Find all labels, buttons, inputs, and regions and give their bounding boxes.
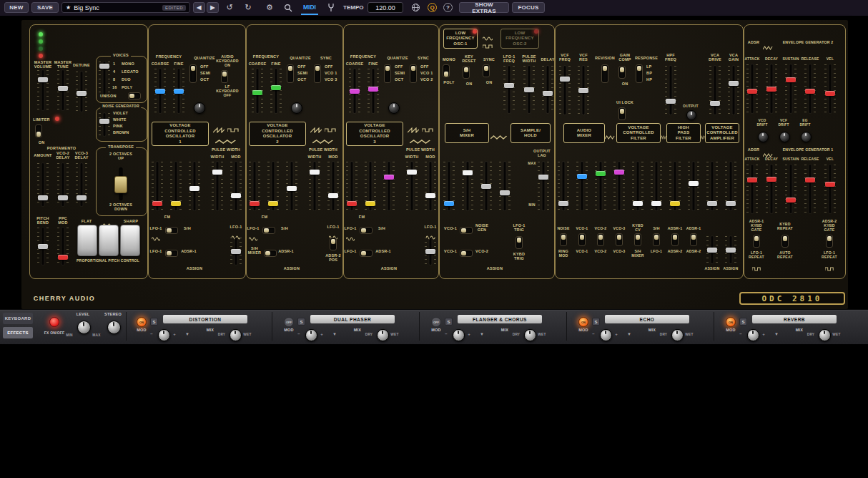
eg1-attack-slider[interactable] — [746, 165, 758, 213]
vco3-fm1-source-switch[interactable] — [360, 227, 373, 234]
vco1-assign-slider[interactable] — [189, 162, 200, 210]
vco3-fine-slider[interactable] — [368, 69, 379, 113]
vco3-pw-width-slider[interactable] — [406, 162, 418, 210]
portamento-amount-slider[interactable] — [37, 163, 49, 206]
vco3-fm2-source-switch[interactable] — [360, 250, 373, 257]
reverb-mix-knob[interactable] — [819, 329, 831, 341]
vco2-pwm-source-switch[interactable] — [330, 238, 337, 250]
mixer-ch1-source-switch[interactable] — [560, 233, 567, 246]
vcf-env-slider[interactable] — [688, 162, 699, 210]
zoom-icon[interactable] — [282, 2, 295, 13]
dual-phaser-mod-source-selector[interactable]: ▼ — [332, 332, 337, 336]
lfo-pulse-width-slider[interactable] — [523, 66, 535, 113]
vco3-coarse-slider[interactable] — [349, 69, 360, 113]
lfo-sync-switch[interactable] — [483, 64, 490, 77]
vco1-fm1-slider[interactable] — [152, 162, 163, 210]
noise-type-selector[interactable] — [99, 113, 110, 136]
eg1-sustain-slider[interactable] — [785, 165, 797, 213]
mixer-vco2-slider[interactable] — [595, 162, 606, 210]
vco2-fm1-slider[interactable] — [249, 162, 260, 210]
vca-gain-slider[interactable] — [728, 66, 739, 114]
vco1-fm2-slider[interactable] — [170, 162, 182, 210]
sh-mix1-slider[interactable] — [443, 162, 455, 210]
favorite-star-icon[interactable]: ★ — [66, 4, 71, 11]
voices-selector[interactable] — [99, 62, 110, 94]
eg2-release-slider[interactable] — [804, 64, 816, 113]
reverb-solo-button[interactable]: S — [739, 318, 747, 326]
vco2-coarse-slider[interactable] — [252, 69, 263, 113]
reverb-mod-knob[interactable] — [747, 329, 759, 341]
vibrato-pad[interactable] — [99, 225, 119, 256]
hpf-freq-slider[interactable] — [665, 66, 676, 114]
flanger-chorus-mix-knob[interactable] — [524, 329, 536, 341]
output-knob[interactable] — [686, 110, 696, 120]
dual-phaser-mix-knob[interactable] — [377, 329, 389, 341]
eg2-sustain-slider[interactable] — [785, 64, 797, 113]
fx-stereo-knob[interactable] — [107, 321, 121, 334]
flanger-chorus-power-button[interactable]: OFF — [431, 317, 441, 327]
unison-switch[interactable] — [128, 92, 141, 99]
distortion-mod-source-selector[interactable]: ▼ — [185, 332, 189, 336]
vco3-quantize-switch[interactable] — [384, 64, 391, 83]
sh-rate-slider[interactable] — [480, 162, 492, 210]
sh-mix2-source-switch[interactable] — [460, 250, 473, 257]
vco1-fm1-source-switch[interactable] — [165, 227, 178, 234]
distortion-mix-knob[interactable] — [230, 329, 242, 341]
show-extras-button[interactable]: SHOW EXTRAS — [459, 2, 509, 13]
eg2-attack-slider[interactable] — [746, 64, 758, 113]
globe-icon[interactable] — [409, 2, 422, 13]
sharp-pad[interactable] — [120, 225, 140, 256]
vcf-mod1-slider[interactable] — [651, 162, 662, 210]
master-volume-slider[interactable] — [37, 70, 49, 110]
sh-level-slider[interactable] — [499, 162, 511, 210]
fx-onoff-button[interactable] — [49, 317, 59, 327]
ui-lock-switch[interactable] — [618, 107, 626, 120]
tab-effects[interactable]: EFFECTS — [3, 327, 33, 338]
vco2-knob[interactable] — [291, 102, 302, 114]
preset-field[interactable]: ★ Big Sync EDITED — [61, 2, 190, 13]
flat-pad[interactable] — [77, 225, 97, 256]
echo-solo-button[interactable]: S — [592, 318, 600, 326]
vca-assign-slider[interactable] — [725, 236, 736, 263]
output-lag-slider[interactable] — [538, 162, 549, 210]
master-tune-slider[interactable] — [57, 70, 69, 110]
undo-icon[interactable]: ↺ — [223, 2, 236, 13]
vco2-assign-slider[interactable] — [286, 162, 297, 210]
next-preset-button[interactable]: ▶ — [207, 2, 219, 13]
vcf-kybd-source-switch[interactable] — [634, 233, 641, 246]
mixer-vco3-slider[interactable] — [613, 162, 625, 210]
sh-trig-switch[interactable] — [516, 236, 523, 249]
dual-phaser-mod-knob[interactable] — [305, 329, 317, 341]
limiter-switch[interactable] — [35, 125, 42, 137]
sh-mix1-source-switch[interactable] — [460, 227, 473, 234]
mono-poly-switch[interactable] — [443, 64, 450, 77]
vco3-sync-switch[interactable] — [410, 64, 417, 83]
sh-mix2-slider[interactable] — [462, 162, 473, 210]
echo-mod-knob[interactable] — [600, 329, 612, 341]
mixer-vco1-slider[interactable] — [576, 162, 588, 210]
flanger-chorus-mod-knob[interactable] — [453, 329, 465, 341]
vcf-mod2-slider[interactable] — [669, 162, 681, 210]
vco2-fm2-source-switch[interactable] — [264, 250, 277, 257]
reverb-mod-source-selector[interactable]: ▼ — [774, 332, 779, 336]
vco3-fm1-slider[interactable] — [346, 162, 357, 210]
vcf-freq-slider[interactable] — [559, 66, 571, 114]
echo-mod-source-selector[interactable]: ▼ — [627, 332, 631, 336]
vcf-env-source-switch[interactable] — [671, 233, 679, 246]
dual-phaser-power-button[interactable]: OFF — [284, 317, 294, 327]
lfo1-freq-slider[interactable] — [503, 66, 515, 113]
vco2-pw-width-slider[interactable] — [309, 162, 320, 210]
vco1-fine-slider[interactable] — [173, 69, 184, 113]
vco2-quantize-switch[interactable] — [287, 64, 294, 83]
mixer-ch4-source-switch[interactable] — [616, 233, 623, 246]
vco2-delay-slider[interactable] — [57, 163, 69, 206]
vco1-coarse-slider[interactable] — [154, 69, 166, 113]
vco1-pw-mod-slider[interactable] — [230, 162, 242, 210]
vco2-fm1-source-switch[interactable] — [262, 227, 275, 234]
focus-button[interactable]: FOCUS — [512, 2, 545, 13]
tab-keyboard[interactable]: KEYBOARD — [3, 313, 33, 324]
vcf-kybd-cv-slider[interactable] — [632, 162, 643, 210]
tempo-value[interactable]: 120.00 — [368, 2, 403, 13]
vcf-drift-knob[interactable] — [779, 132, 790, 142]
repeat-mode-switch[interactable] — [781, 235, 789, 248]
